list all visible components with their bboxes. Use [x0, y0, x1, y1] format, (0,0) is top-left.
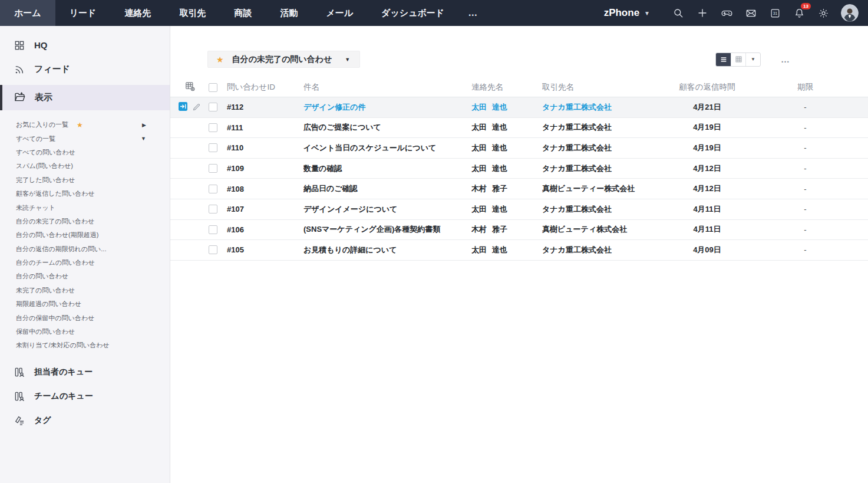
column-header-subject[interactable]: 件名: [303, 82, 471, 93]
sidebar-item-label: HQ: [34, 40, 48, 50]
nav-tab-3[interactable]: 取引先: [165, 0, 220, 26]
open-ticket-icon[interactable]: [179, 102, 187, 113]
column-header-due[interactable]: 期限: [742, 82, 868, 93]
plus-icon[interactable]: [696, 6, 709, 19]
list-view-button[interactable]: [716, 53, 731, 66]
column-settings-icon[interactable]: [184, 81, 196, 94]
view-filter-dropdown[interactable]: ★ 自分の未完了の問い合わせ ▼: [207, 51, 360, 68]
table-view-button[interactable]: [731, 53, 745, 66]
sidebar-view-item-9[interactable]: 自分の返信の期限切れの問い...: [0, 242, 170, 256]
nav-tab-0[interactable]: ホーム: [0, 0, 55, 26]
mail-icon[interactable]: [744, 6, 757, 19]
avatar[interactable]: [841, 4, 859, 22]
ticket-subject-link[interactable]: デザイン修正の件: [303, 102, 471, 113]
ticket-subject: デザインイメージについて: [303, 204, 471, 215]
nav-tab-7[interactable]: ダッシュボード: [367, 0, 458, 26]
favorite-star-icon: ★: [216, 55, 224, 64]
gamepad-icon[interactable]: [720, 6, 733, 19]
view-item-label: 未読チャット: [16, 203, 55, 212]
calendar-icon[interactable]: 31: [768, 6, 781, 19]
column-header-contact[interactable]: 連絡先名: [471, 82, 542, 93]
contact-last-name: 太田: [471, 245, 487, 255]
row-checkbox[interactable]: [209, 205, 217, 213]
ticket-row-108[interactable]: #108納品日のご確認木村雅子真樹ビューティー株式会社4月12日-: [170, 179, 868, 199]
account-name: タナカ重工株式会社: [542, 122, 672, 133]
select-all-checkbox[interactable]: [209, 83, 217, 92]
chevron-down-icon[interactable]: ▼: [141, 136, 146, 142]
sidebar-view-item-13[interactable]: 期限超過の問い合わせ: [0, 297, 170, 311]
sidebar-view-item-10[interactable]: 自分のチームの問い合わせ: [0, 256, 170, 270]
column-header-reply-time[interactable]: 顧客の返信時間: [672, 82, 742, 93]
sidebar-view-item-12[interactable]: 未完了の問い合わせ: [0, 284, 170, 297]
search-icon[interactable]: [672, 6, 685, 19]
sidebar-view-item-4[interactable]: 完了した問い合わせ: [0, 173, 170, 187]
row-checkbox[interactable]: [209, 164, 217, 173]
row-checkbox[interactable]: [209, 225, 217, 234]
due-date: -: [742, 143, 868, 152]
sidebar-item-agent-queues[interactable]: 担当者のキュー: [0, 360, 170, 385]
view-toggle-caret-button[interactable]: ▼: [745, 53, 760, 66]
contact-first-name: 達也: [492, 163, 507, 174]
sidebar-view-item-16[interactable]: 未割り当て/未対応の問い合わせ: [0, 339, 170, 352]
sidebar-item-team-queues[interactable]: チームのキュー: [0, 385, 170, 409]
org-selector[interactable]: zPhone ▼: [604, 7, 650, 19]
more-actions-button[interactable]: …: [781, 54, 791, 64]
sidebar-view-item-6[interactable]: 未読チャット: [0, 201, 170, 214]
sidebar-view-item-2[interactable]: すべての問い合わせ: [0, 146, 170, 159]
nav-tab-6[interactable]: メール: [312, 0, 367, 26]
control-row: ★ 自分の未完了の問い合わせ ▼ ▼ …: [207, 51, 791, 68]
sidebar-view-item-1[interactable]: すべての一覧▼: [0, 132, 170, 145]
ticket-row-109[interactable]: #109数量の確認太田達也タナカ重工株式会社4月12日-: [170, 159, 868, 179]
nav-tab-5[interactable]: 活動: [266, 0, 312, 26]
sidebar-view-item-14[interactable]: 自分の保留中の問い合わせ: [0, 311, 170, 324]
ticket-id: #105: [222, 245, 303, 254]
sidebar-view-item-5[interactable]: 顧客が返信した問い合わせ: [0, 187, 170, 201]
ticket-row-112[interactable]: #112デザイン修正の件太田達也タナカ重工株式会社4月21日-: [170, 97, 868, 118]
sidebar-view-item-15[interactable]: 保留中の問い合わせ: [0, 325, 170, 339]
column-header-account[interactable]: 取引先名: [542, 82, 672, 93]
ticket-row-107[interactable]: #107デザインイメージについて太田達也タナカ重工株式会社4月11日-: [170, 199, 868, 220]
row-checkbox[interactable]: [209, 103, 217, 111]
ticket-row-111[interactable]: #111広告のご提案について太田達也タナカ重工株式会社4月19日-: [170, 118, 868, 139]
account-name: タナカ重工株式会社: [542, 163, 672, 174]
ticket-row-105[interactable]: #105お見積もりの詳細について太田達也タナカ重工株式会社4月09日-: [170, 240, 868, 261]
gear-icon[interactable]: [817, 6, 830, 19]
account-name: 真樹ビューティー株式会社: [542, 183, 672, 194]
sidebar-item-tags[interactable]: タグ: [0, 409, 170, 433]
row-checkbox[interactable]: [209, 143, 217, 152]
ticket-table: 問い合わせID 件名 連絡先名 取引先名 顧客の返信時間 期限 #112デザイン…: [170, 78, 868, 261]
nav-tab-1[interactable]: リード: [55, 0, 111, 26]
sidebar-item-label: タグ: [34, 415, 51, 426]
edit-pencil-icon[interactable]: [192, 103, 201, 111]
ticket-subject: お見積もりの詳細について: [303, 245, 471, 255]
sidebar-item-label: チームのキュー: [34, 391, 93, 402]
ticket-row-110[interactable]: #110イベント当日のスケジュールについて太田達也タナカ重工株式会社4月19日-: [170, 138, 868, 159]
contact-name[interactable]: 太田達也: [471, 102, 542, 113]
contact-first-name: 雅子: [492, 183, 507, 194]
view-item-label: 保留中の問い合わせ: [16, 327, 75, 336]
chevron-down-icon: ▼: [644, 10, 650, 17]
row-checkbox[interactable]: [209, 245, 217, 254]
row-checkbox[interactable]: [209, 123, 217, 132]
bell-icon[interactable]: 13: [793, 6, 806, 19]
sidebar-view-item-11[interactable]: 自分の問い合わせ: [0, 270, 170, 283]
nav-more-tabs-button[interactable]: …: [458, 0, 488, 26]
nav-tab-4[interactable]: 商談: [220, 0, 266, 26]
nav-tab-2[interactable]: 連絡先: [110, 0, 165, 26]
due-date: -: [742, 103, 868, 111]
sidebar-view-item-0[interactable]: お気に入りの一覧★▶: [0, 118, 170, 132]
sidebar-item-hq[interactable]: HQ: [0, 33, 170, 57]
row-checkbox[interactable]: [209, 185, 217, 193]
sidebar-item-feed[interactable]: フィード: [0, 57, 170, 81]
sidebar-item-views[interactable]: 表示: [0, 85, 170, 110]
app-root: ホームリード連絡先取引先商談活動メールダッシュボード … zPhone ▼ 31: [0, 0, 868, 483]
ticket-subject: イベント当日のスケジュールについて: [303, 143, 471, 153]
account-name[interactable]: タナカ重工株式会社: [542, 102, 672, 113]
sidebar-view-item-7[interactable]: 自分の未完了の問い合わせ: [0, 215, 170, 228]
sidebar-view-item-3[interactable]: スパム(問い合わせ): [0, 159, 170, 173]
column-header-id[interactable]: 問い合わせID: [222, 82, 303, 93]
ticket-row-106[interactable]: #106(SNSマーケティング企画)各種契約書類木村雅子真樹ビューティ株式会社4…: [170, 220, 868, 241]
hq-grid-icon: [14, 40, 25, 51]
chevron-right-icon[interactable]: ▶: [142, 122, 146, 128]
sidebar-view-item-8[interactable]: 自分の問い合わせ(期限超過): [0, 228, 170, 242]
